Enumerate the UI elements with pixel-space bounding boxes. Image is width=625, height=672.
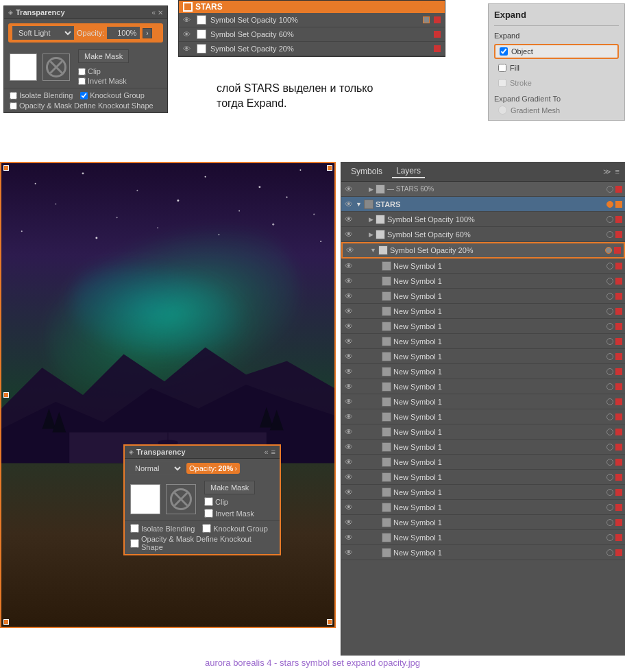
eye-ns4[interactable]: 👁 [344, 307, 354, 316]
arrow-sym20[interactable]: ▼ [370, 247, 376, 254]
eye-ns15[interactable]: 👁 [344, 472, 354, 482]
layer-row-ns6[interactable]: 👁 New Symbol 1 [341, 334, 625, 349]
clip-checkbox[interactable] [78, 68, 86, 75]
vis-ns6[interactable] [606, 338, 613, 345]
tab-symbols[interactable]: Symbols [347, 165, 387, 178]
tp-menu-icon[interactable]: ≡ [271, 448, 275, 456]
layer-row-ns1[interactable]: 👁 New Symbol 1 [341, 259, 625, 274]
layer-row-stars[interactable]: 👁 ▼ STARS [341, 197, 625, 212]
vis-ns13[interactable] [606, 444, 613, 451]
collapse-icon[interactable]: « [151, 9, 156, 16]
layer-row-sym20[interactable]: 👁 ▼ Symbol Set Opacity 20% [341, 242, 625, 259]
expand-stroke-row[interactable]: Stroke [494, 77, 619, 89]
opacity-value[interactable]: 100% [107, 27, 140, 39]
layer-row-ns2[interactable]: 👁 New Symbol 1 [341, 274, 625, 289]
tab-layers[interactable]: Layers [392, 165, 425, 178]
eye-ns13[interactable]: 👁 [344, 442, 354, 452]
handle-top-left[interactable] [3, 165, 9, 171]
stars-color-sq[interactable] [432, 3, 441, 11]
expand-object-checkbox[interactable] [500, 47, 508, 56]
tp-bottom-circle-thumb[interactable] [166, 484, 196, 514]
mask-circle-thumbnail[interactable] [42, 53, 70, 81]
handle-top-right[interactable] [327, 165, 332, 171]
stars-checkbox[interactable] [183, 2, 193, 12]
layer-item-60[interactable]: 👁 Symbol Set Opacity 60% [179, 27, 445, 42]
layer-row-ns7[interactable]: 👁 New Symbol 1 [341, 349, 625, 364]
opacity-arrow-btn[interactable]: › [143, 28, 151, 38]
layers-scroll-area[interactable]: 👁 ▶ — STARS 60% 👁 ▼ STARS 👁 ▶ Symbol Set… [341, 182, 625, 656]
expand-object-row[interactable]: Object [494, 44, 619, 59]
layer-row-ns3[interactable]: 👁 New Symbol 1 [341, 289, 625, 304]
panel-collapse-icons[interactable]: « ✕ [151, 9, 163, 16]
handle-bottom-right[interactable] [327, 619, 332, 625]
eye-ns10[interactable]: 👁 [344, 397, 354, 407]
layer-item-100[interactable]: 👁 Symbol Set Opacity 100% [179, 13, 445, 27]
tp-bottom-knockout-checkbox[interactable] [202, 524, 211, 533]
tp-bottom-white-thumb[interactable] [130, 484, 160, 514]
arrow-sym100[interactable]: ▶ [369, 216, 373, 223]
layer-row-ns20[interactable]: 👁 New Symbol 1 [341, 545, 625, 560]
eye-sym20[interactable]: 👁 [345, 245, 355, 255]
arrow-stars[interactable]: ▼ [356, 201, 362, 208]
vis-ns1[interactable] [606, 263, 613, 269]
vis-ns17[interactable] [606, 504, 613, 511]
vis-ns10[interactable] [606, 398, 613, 405]
eye-ns14[interactable]: 👁 [344, 457, 354, 467]
vis-ns19[interactable] [606, 534, 613, 541]
vis-ns7[interactable] [606, 353, 613, 360]
layer-row-sym60[interactable]: 👁 ▶ Symbol Set Opacity 60% [341, 227, 625, 242]
eye-ns16[interactable]: 👁 [344, 488, 354, 497]
vis-ns18[interactable] [606, 519, 613, 526]
vis-sym20[interactable] [605, 247, 612, 254]
handle-mid-left[interactable] [3, 392, 9, 398]
vis-ns4[interactable] [606, 308, 613, 315]
expand-stroke-checkbox[interactable] [498, 79, 506, 87]
layer-row-ns10[interactable]: 👁 New Symbol 1 [341, 394, 625, 409]
eye-ns12[interactable]: 👁 [344, 427, 354, 437]
tp-bottom-invert-checkbox[interactable] [204, 509, 213, 518]
layer-row-100-partial[interactable]: 👁 ▶ — STARS 60% [341, 182, 625, 197]
vis-ns9[interactable] [606, 383, 613, 390]
vis-sym60[interactable] [606, 231, 613, 238]
layer-row-ns8[interactable]: 👁 New Symbol 1 [341, 364, 625, 379]
tp-collapse-icon[interactable]: « [264, 448, 268, 456]
vis-ns11[interactable] [606, 413, 613, 420]
eye-sym100[interactable]: 👁 [344, 215, 354, 224]
vis-ns3[interactable] [606, 293, 613, 300]
gradient-mesh-radio[interactable] [498, 106, 507, 115]
tp-bottom-make-mask-btn[interactable]: Make Mask [204, 481, 255, 494]
eye-100[interactable]: 👁 [344, 184, 354, 194]
eye-icon-100[interactable]: 👁 [183, 16, 193, 24]
layer-row-ns14[interactable]: 👁 New Symbol 1 [341, 455, 625, 470]
eye-ns9[interactable]: 👁 [344, 382, 354, 392]
eye-ns2[interactable]: 👁 [344, 276, 354, 286]
tp-bottom-opacity-value[interactable]: 20% [218, 464, 233, 472]
eye-ns8[interactable]: 👁 [344, 367, 354, 376]
close-icon[interactable]: ✕ [158, 9, 163, 16]
make-mask-button[interactable]: Make Mask [78, 49, 129, 63]
layer-vis-20[interactable] [423, 45, 430, 52]
eye-ns20[interactable]: 👁 [344, 548, 354, 557]
layers-menu-icon[interactable]: ≡ [615, 167, 620, 176]
eye-ns5[interactable]: 👁 [344, 322, 354, 331]
layer-row-ns16[interactable]: 👁 New Symbol 1 [341, 485, 625, 500]
arrow-sym60[interactable]: ▶ [369, 231, 373, 238]
handle-bottom-left[interactable] [3, 619, 9, 625]
eye-sym60[interactable]: 👁 [344, 230, 354, 239]
layer-item-20[interactable]: 👁 Symbol Set Opacity 20% [179, 42, 445, 56]
layer-row-ns4[interactable]: 👁 New Symbol 1 [341, 304, 625, 319]
layer-row-ns5[interactable]: 👁 New Symbol 1 [341, 319, 625, 334]
vis-ns8[interactable] [606, 368, 613, 375]
tp-bottom-isolate-checkbox[interactable] [130, 524, 139, 533]
layer-row-ns18[interactable]: 👁 New Symbol 1 [341, 515, 625, 530]
layer-vis-60[interactable] [423, 31, 430, 38]
expand-fill-row[interactable]: Fill [494, 62, 619, 74]
isolate-blending-checkbox[interactable] [10, 92, 17, 99]
eye-ns3[interactable]: 👁 [344, 291, 354, 301]
layer-row-ns19[interactable]: 👁 New Symbol 1 [341, 530, 625, 545]
knockout-group-checkbox[interactable] [80, 92, 88, 99]
vis-ns2[interactable] [606, 278, 613, 285]
layer-row-ns9[interactable]: 👁 New Symbol 1 [341, 379, 625, 394]
vis-sym100[interactable] [606, 216, 613, 223]
eye-stars[interactable]: 👁 [344, 200, 354, 209]
